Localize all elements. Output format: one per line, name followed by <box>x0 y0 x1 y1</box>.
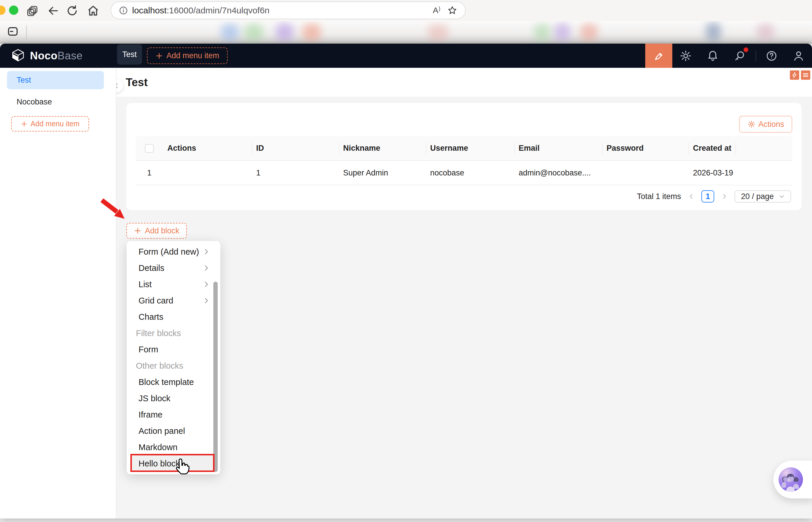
cell-username: nocobase <box>426 161 514 185</box>
select-all-checkbox[interactable] <box>145 144 154 153</box>
pagination-prev-icon[interactable] <box>688 193 695 200</box>
tab-overview-icon[interactable] <box>26 5 38 17</box>
column-header-password[interactable]: Password <box>602 136 689 160</box>
column-header-email[interactable]: Email <box>514 136 602 160</box>
highlighter-icon <box>653 50 665 62</box>
menu-item-form-add-new[interactable]: Form (Add new) <box>126 243 220 260</box>
question-icon <box>766 50 778 62</box>
pagination-page-1[interactable]: 1 <box>701 190 714 202</box>
bell-icon <box>707 50 719 62</box>
cell-nickname: Super Admin <box>339 161 426 185</box>
quick-menu-button[interactable] <box>801 71 810 80</box>
add-block-dropdown: Form (Add new) Details List Grid card Ch… <box>126 241 220 474</box>
column-header-username[interactable]: Username <box>426 136 514 160</box>
nav-divider <box>755 51 756 61</box>
table-pagination: Total 1 items 1 20 / page <box>408 190 791 202</box>
settings-menu-button[interactable] <box>678 44 693 68</box>
sidebar-item-nocobase[interactable]: Nocobase <box>7 93 104 111</box>
brand-name: NocoBase <box>30 50 83 62</box>
menu-item-list[interactable]: List <box>126 276 220 293</box>
page-header <box>116 68 812 97</box>
search-notification-badge <box>743 46 749 53</box>
gear-icon <box>747 120 755 128</box>
cell-created-at: 2026-03-19 <box>689 161 735 185</box>
chevron-right-icon <box>202 280 211 288</box>
chevron-down-icon <box>778 193 785 200</box>
column-header-nickname[interactable]: Nickname <box>339 136 426 160</box>
column-header-filler <box>735 136 792 160</box>
chevron-right-icon <box>202 264 211 272</box>
menu-item-details[interactable]: Details <box>126 260 220 276</box>
row-index[interactable]: 1 <box>136 161 163 185</box>
sidebar-add-menu-item-button[interactable]: Add menu item <box>11 116 89 132</box>
pagination-next-icon[interactable] <box>720 193 728 200</box>
reader-mode-icon[interactable]: A) <box>433 5 441 15</box>
chevron-right-icon <box>202 248 211 256</box>
menu-item-grid-card[interactable]: Grid card <box>126 293 220 309</box>
sidebar <box>0 68 116 519</box>
nav-tab-test[interactable]: Test <box>117 44 142 65</box>
window-zoom-light[interactable] <box>9 5 18 15</box>
annotation-arrow <box>98 198 130 223</box>
site-info-icon[interactable] <box>119 6 128 15</box>
gear-icon <box>679 50 692 62</box>
user-icon <box>792 50 805 62</box>
dropdown-scrollbar-thumb[interactable] <box>213 282 218 472</box>
menu-item-charts[interactable]: Charts <box>126 309 220 325</box>
menu-item-action-panel[interactable]: Action panel <box>126 423 220 439</box>
pagination-total: Total 1 items <box>637 192 681 201</box>
lightning-icon <box>791 72 798 79</box>
column-header-created-at[interactable]: Created at <box>689 136 735 160</box>
ui-editor-button[interactable] <box>645 44 672 68</box>
nocobase-app-window: NocoBase Test Add menu item <box>0 44 812 519</box>
column-header-actions[interactable]: Actions <box>163 136 252 160</box>
menu-section-other-blocks: Other blocks <box>126 358 220 374</box>
favorites-divider <box>26 26 27 39</box>
menu-item-block-template[interactable]: Block template <box>126 374 220 390</box>
menu-item-iframe[interactable]: Iframe <box>126 406 220 423</box>
cell-actions <box>163 161 252 185</box>
bookmark-star-icon[interactable] <box>447 5 457 16</box>
chevron-right-icon <box>202 297 211 305</box>
cell-filler <box>735 161 792 185</box>
sidebar-item-test[interactable]: Test <box>7 71 104 89</box>
app-header: NocoBase Test Add menu item <box>0 44 812 68</box>
menu-item-form[interactable]: Form <box>126 341 220 358</box>
url-text: localhost:16000/admin/7n4ulqvof6n <box>132 5 433 15</box>
browser-favorites-bar <box>0 21 812 44</box>
plus-icon <box>134 227 141 235</box>
notifications-button[interactable] <box>705 44 720 68</box>
feedback-widget[interactable] <box>773 461 812 498</box>
home-icon[interactable] <box>87 4 100 17</box>
add-block-button[interactable]: Add block <box>126 223 187 239</box>
back-icon[interactable] <box>47 5 59 17</box>
sidebar-toggle-icon[interactable] <box>6 25 19 38</box>
cell-password <box>602 161 689 185</box>
table-actions-config-button[interactable]: Actions <box>739 116 792 133</box>
cursor-hand-icon <box>172 458 190 476</box>
user-menu-button[interactable] <box>791 44 806 68</box>
browser-toolbar: localhost:16000/admin/7n4ulqvof6n A) <box>0 0 812 21</box>
plus-icon <box>21 120 28 127</box>
page-size-select[interactable]: 20 / page <box>735 190 791 202</box>
nav-add-menu-item-button[interactable]: Add menu item <box>147 47 227 64</box>
plus-icon <box>155 52 163 60</box>
window-minimize-light[interactable] <box>0 5 5 15</box>
quick-designer-button[interactable] <box>790 71 799 80</box>
column-header-id[interactable]: ID <box>252 136 339 160</box>
menu-item-markdown[interactable]: Markdown <box>126 439 220 455</box>
table-header-row: Actions ID Nickname Username Email Passw… <box>136 136 792 161</box>
hamburger-icon <box>802 72 809 79</box>
address-bar[interactable]: localhost:16000/admin/7n4ulqvof6n A) <box>111 1 466 19</box>
menu-item-js-block[interactable]: JS block <box>126 390 220 406</box>
nocobase-logo-icon <box>11 48 25 63</box>
team-avatar <box>778 467 803 492</box>
cell-id: 1 <box>252 161 339 185</box>
cell-email: admin@nocobase.... <box>514 161 602 185</box>
reload-icon[interactable] <box>66 4 79 17</box>
brand[interactable]: NocoBase <box>11 44 83 68</box>
help-button[interactable] <box>764 44 779 68</box>
table-row[interactable]: 1 1 Super Admin nocobase admin@nocobase.… <box>136 161 792 185</box>
menu-section-filter-blocks: Filter blocks <box>126 325 220 341</box>
page-title: Test <box>126 76 147 89</box>
